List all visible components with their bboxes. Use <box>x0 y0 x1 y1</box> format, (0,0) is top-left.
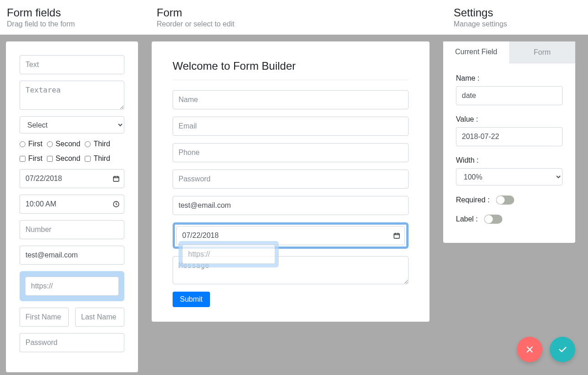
drag-ghost-url[interactable] <box>179 241 279 267</box>
header-col-fields: Form fields Drag field to the form <box>7 6 143 28</box>
required-toggle[interactable] <box>496 195 514 205</box>
palette-number-input[interactable] <box>20 220 124 239</box>
palette-date[interactable] <box>20 169 124 188</box>
fab-row <box>517 337 575 362</box>
preview-phone-input[interactable] <box>173 143 409 162</box>
settings-panel: Current Field Form Name : Value : Width … <box>443 41 575 243</box>
palette-text[interactable] <box>20 55 124 74</box>
setting-width-label: Width : <box>456 156 562 164</box>
palette-last-name-input[interactable] <box>75 308 124 327</box>
setting-required-label: Required : <box>456 196 490 204</box>
settings-body: Name : Value : Width : 100% Required : L… <box>443 63 575 243</box>
check-icon <box>557 344 568 354</box>
palette-password[interactable] <box>20 333 124 352</box>
preview-email-input[interactable] <box>173 117 409 136</box>
tab-current-field[interactable]: Current Field <box>443 41 509 63</box>
header-settings-title: Settings <box>454 6 588 19</box>
setting-name: Name : <box>456 74 562 105</box>
palette-checks[interactable]: First Second Third <box>20 154 124 163</box>
cancel-fab[interactable] <box>517 337 542 362</box>
palette-check-third[interactable]: Third <box>85 154 110 163</box>
header-col-form: Form Reorder or select to edit <box>157 6 440 28</box>
fields-palette-panel: Select First Second Third First Second T… <box>6 41 138 372</box>
header-col-settings: Settings Manage settings <box>454 6 588 28</box>
setting-name-label: Name : <box>456 74 562 82</box>
header-form-title: Form <box>157 6 440 19</box>
setting-value: Value : <box>456 115 562 146</box>
preview-password-input[interactable] <box>173 170 409 189</box>
palette-text-input[interactable] <box>20 55 124 74</box>
preview-email-filled-input[interactable] <box>173 196 409 215</box>
palette-url-input[interactable] <box>25 277 119 296</box>
preview-title: Welcome to Form Builder <box>173 60 409 80</box>
preview-name-input[interactable] <box>173 90 409 109</box>
setting-label: Label : <box>456 215 562 224</box>
palette-select-input[interactable]: Select <box>20 116 124 134</box>
preview-email-filled[interactable] <box>173 196 409 215</box>
setting-value-label: Value : <box>456 115 562 123</box>
preview-email[interactable] <box>173 117 409 136</box>
settings-tabs: Current Field Form <box>443 41 575 63</box>
preview-password[interactable] <box>173 170 409 189</box>
header-fields-title: Form fields <box>7 6 143 19</box>
header-settings-subtitle: Manage settings <box>454 20 588 28</box>
setting-label-label: Label : <box>456 215 478 223</box>
palette-check-first[interactable]: First <box>20 154 42 163</box>
workarea: Select First Second Third First Second T… <box>0 35 588 375</box>
accept-fab[interactable] <box>550 337 575 362</box>
tab-form[interactable]: Form <box>509 41 575 63</box>
palette-radio-third[interactable]: Third <box>85 140 110 148</box>
palette-radio-second[interactable]: Second <box>47 140 80 148</box>
palette-textarea-input[interactable] <box>20 81 124 110</box>
preview-name[interactable] <box>173 90 409 109</box>
setting-name-input[interactable] <box>456 86 562 105</box>
palette-radio-first[interactable]: First <box>20 140 42 148</box>
palette-check-second[interactable]: Second <box>47 154 80 163</box>
preview-phone[interactable] <box>173 143 409 162</box>
palette-textarea[interactable] <box>20 81 124 110</box>
submit-button[interactable]: Submit <box>173 292 210 307</box>
palette-date-input[interactable] <box>20 169 124 188</box>
palette-first-name-input[interactable] <box>20 308 69 327</box>
setting-width-select[interactable]: 100% <box>456 168 562 185</box>
setting-width: Width : 100% <box>456 156 562 185</box>
palette-email[interactable] <box>20 246 124 265</box>
palette-name-row[interactable] <box>20 308 124 327</box>
palette-time-input[interactable] <box>20 195 124 214</box>
palette-email-input[interactable] <box>20 246 124 265</box>
header-fields-subtitle: Drag field to the form <box>7 20 143 28</box>
palette-select[interactable]: Select <box>20 116 124 134</box>
header-form-subtitle: Reorder or select to edit <box>157 20 440 28</box>
label-toggle[interactable] <box>484 215 502 224</box>
setting-required: Required : <box>456 195 562 205</box>
drag-ghost-url-input[interactable] <box>182 245 275 264</box>
setting-value-input[interactable] <box>456 127 562 146</box>
palette-radios[interactable]: First Second Third <box>20 140 124 148</box>
top-header: Form fields Drag field to the form Form … <box>0 0 588 35</box>
close-icon <box>525 344 535 354</box>
form-preview-panel: Welcome to Form Builder <box>152 41 429 322</box>
palette-time[interactable] <box>20 195 124 214</box>
palette-url-selected[interactable] <box>20 271 124 301</box>
preview-date-selected[interactable] <box>173 222 409 249</box>
palette-number[interactable] <box>20 220 124 239</box>
palette-password-input[interactable] <box>20 333 124 352</box>
